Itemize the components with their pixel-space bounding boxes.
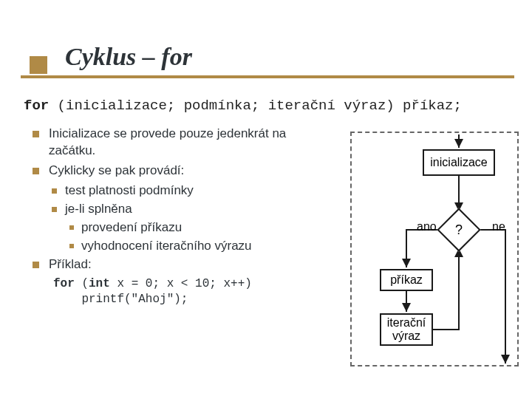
flow-decision-label: ? [443, 214, 474, 245]
example-kw-for: for [53, 277, 75, 290]
bullet-l2: test platnosti podmínky [33, 183, 328, 200]
slide-title: Cyklus – for [65, 43, 532, 71]
title-block: Cyklus – for [0, 43, 532, 78]
code-example: for (int x = 0; x < 10; x++) printf("Aho… [53, 276, 328, 308]
syntax-rest: (inicializace; podmínka; iterační výraz)… [49, 98, 462, 114]
bullet-l1: Cyklicky se pak provádí: [33, 163, 328, 180]
example-text: ( [75, 277, 89, 290]
flow-label-yes: ano [417, 220, 437, 233]
accent-square [30, 56, 47, 74]
syntax-keyword: for [24, 98, 49, 114]
flow-label-no: ne [492, 220, 505, 233]
bullet-l2: je-li splněna [33, 201, 328, 218]
bullet-l3: vyhodnocení iteračního výrazu [33, 238, 328, 255]
for-syntax-line: for (inicializace; podmínka; iterační vý… [24, 98, 462, 114]
flow-decision: ? [443, 214, 474, 245]
bullet-l1: Příklad: [33, 256, 328, 273]
title-rule [21, 75, 514, 78]
flow-box-command: příkaz [380, 269, 433, 291]
bullet-l3: provedení příkazu [33, 219, 328, 236]
bullet-list: Inicializace se provede pouze jedenkrát … [33, 126, 328, 308]
flow-box-init: inicializace [423, 149, 495, 176]
flow-box-iteration: iterační výraz [380, 313, 433, 346]
example-kw-int: int [89, 277, 110, 290]
bullet-l1: Inicializace se provede pouze jedenkrát … [33, 126, 328, 160]
flowchart-frame: inicializace ? ano ne příkaz iterační vý… [350, 132, 519, 366]
